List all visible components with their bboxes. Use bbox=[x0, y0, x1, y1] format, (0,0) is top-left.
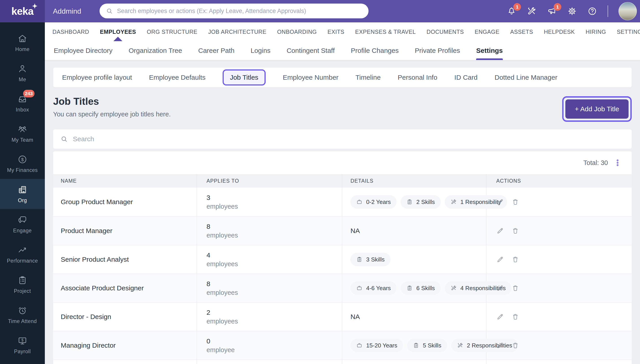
table-row: Group Product Manager 3 employees 0-2 Ye… bbox=[53, 188, 632, 216]
app-window: keka Addmind 11 Home Me 243 Inbox My Tea… bbox=[0, 0, 640, 364]
sub-nav-career-path[interactable]: Career Path bbox=[198, 41, 235, 60]
bell-icon-button[interactable]: 1 bbox=[507, 6, 517, 16]
job-title-name: Senior Product Analyst bbox=[53, 245, 197, 274]
main-nav-assets[interactable]: ASSETS bbox=[510, 22, 533, 41]
secondary-navigation: Employee DirectoryOrganization TreeCaree… bbox=[45, 41, 640, 60]
sidebar-item-payroll[interactable]: $ Payroll bbox=[0, 330, 45, 360]
sidebar-item-home[interactable]: Home bbox=[0, 28, 45, 58]
sidebar-item-label: Inbox bbox=[16, 107, 29, 113]
sub-nav-employee-directory[interactable]: Employee Directory bbox=[54, 41, 113, 60]
edit-button[interactable] bbox=[496, 256, 504, 263]
logo-box[interactable]: keka bbox=[0, 0, 45, 22]
tab-employee-number[interactable]: Employee Number bbox=[283, 74, 338, 81]
tab-personal-info[interactable]: Personal Info bbox=[398, 74, 437, 81]
main-nav-hiring[interactable]: HIRING bbox=[585, 22, 606, 41]
table-row: Product Manager 8 employees NA bbox=[53, 216, 632, 245]
delete-button[interactable] bbox=[512, 256, 519, 263]
global-search-bar[interactable] bbox=[100, 4, 368, 18]
sidebar-item-my-finances[interactable]: $ My Finances bbox=[0, 149, 45, 179]
delete-button[interactable] bbox=[512, 342, 519, 349]
gear-icon-button[interactable] bbox=[567, 6, 577, 16]
employee-count: 8 bbox=[206, 280, 210, 288]
sidebar-item-me[interactable]: Me bbox=[0, 58, 45, 88]
sidebar-item-label: Org bbox=[18, 198, 27, 204]
sidebar-item-inbox[interactable]: 243 Inbox bbox=[0, 88, 45, 118]
finance-icon: $ bbox=[17, 154, 28, 164]
pill-label: 2 Skills bbox=[416, 198, 435, 206]
main-nav-exits[interactable]: EXITS bbox=[328, 22, 344, 41]
tab-job-titles[interactable]: Job Titles bbox=[223, 70, 266, 86]
table-search-input[interactable] bbox=[73, 135, 624, 143]
global-search-input[interactable] bbox=[117, 8, 362, 14]
delete-button[interactable] bbox=[512, 227, 519, 234]
delete-button[interactable] bbox=[512, 313, 519, 320]
responsibility-icon bbox=[457, 342, 463, 348]
tab-dotted-line-manager[interactable]: Dotted Line Manager bbox=[495, 74, 557, 81]
column-header-name: NAME bbox=[53, 174, 197, 188]
sub-nav-organization-tree[interactable]: Organization Tree bbox=[129, 41, 182, 60]
main-area: DASHBOARDEMPLOYEESORG STRUCTUREJOB ARCHI… bbox=[45, 22, 640, 364]
actions-cell bbox=[486, 245, 632, 274]
sidebar-item-performance[interactable]: Performance bbox=[0, 239, 45, 270]
employee-unit: employees bbox=[206, 289, 238, 296]
main-nav-engage[interactable]: ENGAGE bbox=[475, 22, 499, 41]
edit-button[interactable] bbox=[496, 313, 504, 320]
delete-button[interactable] bbox=[512, 284, 519, 292]
main-nav-dashboard[interactable]: DASHBOARD bbox=[53, 22, 89, 41]
main-nav-org-structure[interactable]: ORG STRUCTURE bbox=[147, 22, 197, 41]
main-nav-expenses-travel[interactable]: EXPENSES & TRAVEL bbox=[355, 22, 416, 41]
experience-pill: 0-2 Years bbox=[350, 195, 396, 209]
sidebar-item-engage[interactable]: Engage bbox=[0, 209, 45, 239]
edit-button[interactable] bbox=[496, 227, 504, 234]
add-job-title-button[interactable]: + Add Job Title bbox=[565, 100, 628, 119]
sub-nav-private-profiles[interactable]: Private Profiles bbox=[415, 41, 460, 60]
applies-to-cell: 0 employee bbox=[197, 331, 342, 360]
job-title-name: Group Product Manager bbox=[53, 188, 197, 216]
announcement-icon-button[interactable]: 1 bbox=[547, 6, 557, 16]
applies-to-cell: 8 employees bbox=[197, 274, 342, 302]
page-header: Job Titles You can specify employee job … bbox=[53, 96, 632, 122]
main-nav-helpdesk[interactable]: HELPDESK bbox=[544, 22, 575, 41]
trash-icon bbox=[512, 342, 519, 349]
gear-icon bbox=[567, 6, 577, 16]
sidebar-item-project[interactable]: Project bbox=[0, 270, 45, 300]
applies-to-cell: 4 employees bbox=[197, 245, 342, 274]
sidebar-item-label: Home bbox=[15, 46, 30, 52]
delete-button[interactable] bbox=[512, 198, 519, 206]
main-nav-employees[interactable]: EMPLOYEES bbox=[100, 22, 136, 41]
pill-label: 3 Skills bbox=[366, 256, 384, 263]
main-nav-documents[interactable]: DOCUMENTS bbox=[426, 22, 464, 41]
sub-nav-logins[interactable]: Logins bbox=[251, 41, 270, 60]
tab-timeline[interactable]: Timeline bbox=[355, 74, 381, 81]
user-avatar[interactable] bbox=[618, 2, 637, 20]
skills-icon bbox=[356, 256, 362, 262]
sub-nav-contingent-staff[interactable]: Contingent Staff bbox=[287, 41, 335, 60]
actions-cell bbox=[486, 217, 632, 245]
svg-text:$: $ bbox=[21, 157, 24, 162]
sidebar-item-label: Project bbox=[14, 288, 31, 294]
main-nav-settings[interactable]: SETTINGS bbox=[617, 22, 640, 41]
sub-nav-profile-changes[interactable]: Profile Changes bbox=[351, 41, 398, 60]
main-nav-job-architecture[interactable]: JOB ARCHITECTURE bbox=[208, 22, 267, 41]
tab-employee-profile-layout[interactable]: Employee profile layout bbox=[62, 74, 132, 81]
sidebar-item-org[interactable]: Org bbox=[0, 179, 45, 209]
edit-button[interactable] bbox=[496, 342, 504, 349]
briefcase-icon bbox=[356, 285, 362, 291]
sidebar-item-time-attend[interactable]: Time Attend bbox=[0, 300, 45, 330]
svg-text:$: $ bbox=[21, 338, 23, 342]
sub-nav-settings[interactable]: Settings bbox=[476, 41, 503, 60]
tab-employee-defaults[interactable]: Employee Defaults bbox=[149, 74, 205, 81]
tools-icon-button[interactable] bbox=[527, 6, 537, 16]
edit-button[interactable] bbox=[496, 198, 504, 206]
actions-cell bbox=[486, 303, 632, 331]
column-options-button[interactable] bbox=[614, 158, 621, 167]
table-search-bar[interactable] bbox=[53, 130, 632, 149]
details-na: NA bbox=[350, 313, 360, 320]
sidebar-item-my-team[interactable]: My Team bbox=[0, 118, 45, 149]
pencil-icon bbox=[496, 256, 504, 263]
edit-button[interactable] bbox=[496, 284, 504, 292]
tab-id-card[interactable]: ID Card bbox=[454, 74, 478, 81]
main-nav-onboarding[interactable]: ONBOARDING bbox=[277, 22, 317, 41]
sidebar-item-label: Payroll bbox=[14, 348, 31, 354]
help-icon-button[interactable] bbox=[587, 6, 597, 16]
